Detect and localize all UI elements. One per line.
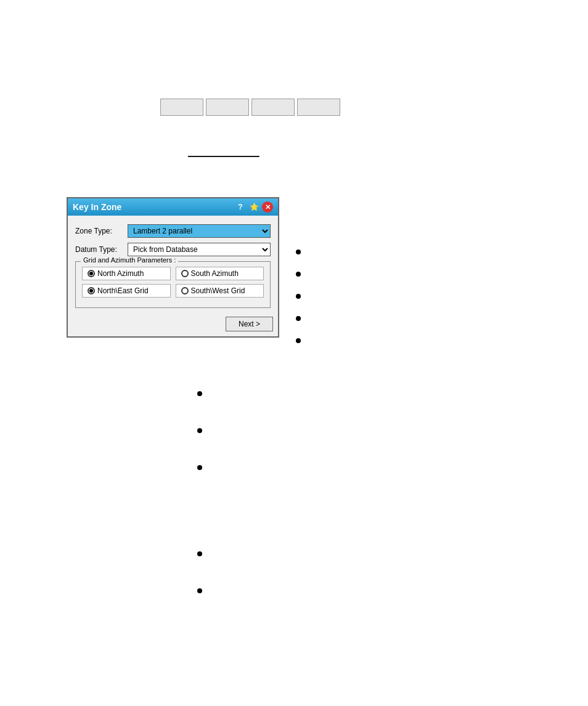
dialog-body: Zone Type: Lambert 2 parallel Datum Type…	[68, 216, 278, 313]
star-icon[interactable]: ⭐	[248, 201, 259, 213]
close-icon[interactable]: ✕	[262, 201, 273, 213]
grid-radio-row: North\East Grid South\West Grid	[82, 284, 264, 298]
toolbar	[160, 99, 340, 116]
zone-type-row: Zone Type: Lambert 2 parallel	[75, 224, 271, 238]
bullet-7	[197, 428, 202, 433]
southwest-grid-option[interactable]: South\West Grid	[176, 284, 264, 298]
datum-type-select[interactable]: Pick from Database	[128, 243, 271, 256]
bullet-1	[296, 250, 301, 254]
help-icon[interactable]: ?	[235, 201, 246, 213]
bullet-4	[296, 316, 301, 321]
toolbar-btn-3[interactable]	[251, 99, 295, 116]
dialog-titlebar: Key In Zone ? ⭐ ✕	[68, 198, 278, 216]
south-azimuth-label: South Azimuth	[191, 269, 239, 278]
northeast-grid-radio[interactable]	[88, 287, 95, 294]
bullet-9	[197, 551, 202, 556]
south-azimuth-radio[interactable]	[181, 270, 189, 277]
datum-type-row: Datum Type: Pick from Database	[75, 243, 271, 256]
key-in-zone-dialog: Key In Zone ? ⭐ ✕ Zone Type: Lambert 2 p…	[67, 197, 279, 338]
dialog-title: Key In Zone	[73, 202, 235, 212]
north-azimuth-radio[interactable]	[88, 270, 95, 277]
datum-type-label: Datum Type:	[75, 245, 128, 254]
south-azimuth-option[interactable]: South Azimuth	[176, 267, 264, 280]
next-button[interactable]: Next >	[226, 317, 273, 331]
bullet-8	[197, 465, 202, 470]
azimuth-radio-row: North Azimuth South Azimuth	[82, 267, 264, 280]
bullet-3	[296, 294, 301, 299]
northeast-grid-label: North\East Grid	[97, 286, 149, 295]
link-area[interactable]: ________________	[188, 148, 259, 157]
toolbar-btn-2[interactable]	[206, 99, 249, 116]
southwest-grid-radio[interactable]	[181, 287, 189, 294]
southwest-grid-label: South\West Grid	[191, 286, 245, 295]
group-box-legend: Grid and Azimuth Parameters :	[81, 256, 178, 264]
zone-type-label: Zone Type:	[75, 227, 128, 235]
bullet-6	[197, 391, 202, 396]
north-azimuth-option[interactable]: North Azimuth	[82, 267, 171, 280]
grid-azimuth-group: Grid and Azimuth Parameters : North Azim…	[75, 261, 271, 308]
zone-type-select[interactable]: Lambert 2 parallel	[128, 224, 271, 238]
toolbar-btn-4[interactable]	[297, 99, 340, 116]
bullet-5	[296, 338, 301, 343]
dialog-footer: Next >	[68, 313, 278, 336]
dialog-title-icons: ? ⭐ ✕	[235, 201, 273, 213]
northeast-grid-option[interactable]: North\East Grid	[82, 284, 171, 298]
toolbar-btn-1[interactable]	[160, 99, 203, 116]
bullet-2	[296, 272, 301, 277]
north-azimuth-label: North Azimuth	[97, 269, 144, 278]
bullet-10	[197, 588, 202, 593]
